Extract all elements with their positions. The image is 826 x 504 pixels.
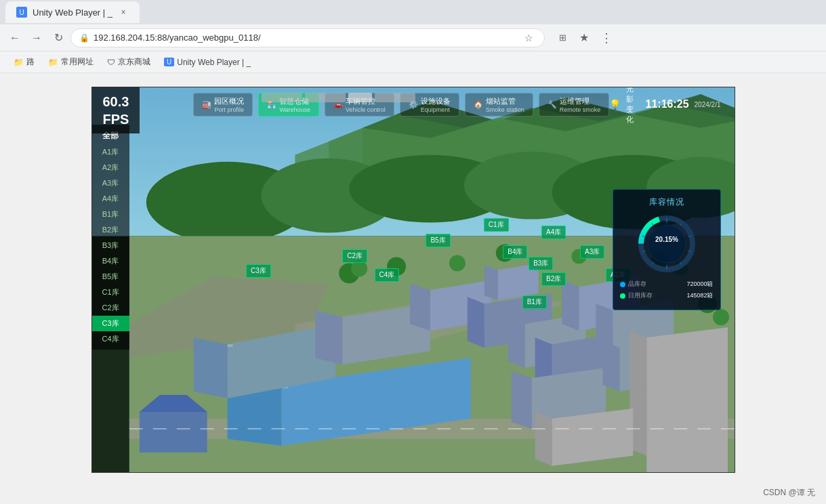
svg-point-48 (351, 260, 367, 276)
nav-label-en: Equipment (421, 106, 451, 113)
light-effect-label: 光影变化 (626, 87, 640, 125)
fps-label: FPS (103, 110, 129, 128)
nav-label-en: Remote smoke (560, 106, 601, 113)
browser-toolbar: ← → ↻ 🔒 192.168.204.15:88/yancao_webgpu_… (0, 24, 826, 51)
url-text: 192.168.204.15:88/yancao_webgpu_0118/ (94, 33, 261, 43)
sidebar-item-b3[interactable]: B3库 (92, 238, 129, 253)
reload-button[interactable]: ↻ (49, 28, 68, 47)
top-nav: 🏭 园区概况 Port profile 🏪 智慧仓储 Warehouse 🚗 (92, 87, 735, 121)
svg-text:20.15%: 20.15% (655, 236, 678, 243)
csdn-footer: CSDN @谭 无 (0, 487, 826, 499)
svg-marker-39 (484, 265, 497, 300)
svg-marker-23 (410, 283, 430, 331)
csdn-text: CSDN @谭 无 (763, 488, 815, 497)
bookmark-label: 路 (26, 56, 35, 68)
extensions-button[interactable]: ⊞ (553, 28, 572, 47)
stat-label-daily: 日用库存 (628, 291, 653, 300)
nav-item-ops[interactable]: 🔧 运维管理 Remote smoke (539, 93, 610, 117)
shield-icon: 🛡 (107, 58, 115, 67)
storage-panel: 库容情况 20.15% (613, 189, 721, 310)
svg-marker-31 (511, 371, 531, 429)
sidebar-item-a4[interactable]: A4库 (92, 191, 129, 207)
bottom-bar (724, 467, 735, 472)
folder-icon: 📁 (14, 58, 24, 67)
sidebar-item-b1[interactable]: B1库 (92, 207, 129, 222)
sidebar-item-c4[interactable]: C4库 (92, 331, 129, 347)
nav-label-en: Port profile (214, 106, 244, 113)
address-bar[interactable]: 🔒 192.168.204.15:88/yancao_webgpu_0118/ … (70, 28, 545, 47)
sidebar-item-b4[interactable]: B4库 (92, 253, 129, 269)
svg-marker-41 (629, 331, 646, 402)
sidebar-item-b2[interactable]: B2库 (92, 222, 129, 238)
sidebar-item-c1[interactable]: C1库 (92, 285, 129, 300)
menu-button[interactable]: ⋮ (596, 28, 615, 47)
lock-icon: 🔒 (79, 33, 89, 43)
browser-tab[interactable]: U Unity Web Player | _ × (5, 1, 140, 23)
stat-label-total: 品库存 (628, 280, 646, 289)
stat-value-total: 720000箱 (686, 280, 713, 289)
gauge-container: 20.15% (620, 213, 714, 274)
nav-item-smoke[interactable]: 🏠 烟站监管 Smoke station (465, 93, 533, 117)
bookmarks-bar: 📁 路 📁 常用网址 🛡 京东商城 U Unity Web Player | _ (0, 51, 826, 73)
bookmark-label: Unity Web Player | _ (177, 58, 251, 67)
gauge-svg: 20.15% (636, 213, 697, 274)
stat-daily: 日用库存 145082箱 (620, 291, 714, 300)
fps-counter: 60.3 FPS (92, 87, 140, 133)
svg-point-56 (713, 309, 729, 325)
storage-panel-title: 库容情况 (620, 196, 714, 208)
bookmark-item-road[interactable]: 📁 路 (8, 55, 40, 69)
stat-dot-total (620, 282, 625, 287)
status-bar-2 (305, 93, 346, 102)
nav-item-port[interactable]: 🏭 园区概况 Port profile (193, 93, 253, 117)
svg-marker-18 (193, 337, 227, 398)
sidebar-item-c3[interactable]: C3库 (92, 316, 129, 331)
svg-marker-46 (535, 412, 552, 466)
nav-label-en: Vehicle control (346, 106, 386, 113)
tab-close-button[interactable]: × (118, 7, 129, 18)
nav-right: 💡 光影变化 11:16:25 2024/2/1 (609, 87, 720, 125)
svg-rect-57 (139, 412, 207, 453)
sidebar-item-a1[interactable]: A1库 (92, 144, 129, 160)
title-bar: U Unity Web Player | _ × (0, 0, 826, 24)
app-container: 60.3 FPS 🏭 园区概况 Port profile (91, 87, 735, 473)
nav-label-cn: 园区概况 (214, 96, 244, 106)
nav-label-cn: 烟站监管 (486, 96, 524, 106)
svg-rect-19 (227, 344, 232, 347)
profile-button[interactable]: ★ (575, 28, 594, 47)
sidebar-item-a3[interactable]: A3库 (92, 175, 129, 191)
tab-icon: U (16, 7, 27, 18)
left-sidebar: 全部 A1库 A2库 A3库 A4库 B1库 B2库 B3库 B4库 B5库 C… (92, 125, 129, 350)
bookmark-item-jd[interactable]: 🛡 京东商城 (102, 55, 156, 69)
stat-value-daily: 145082箱 (686, 291, 713, 300)
date-display: 2024/2/1 (695, 101, 721, 108)
sidebar-item-c2[interactable]: C2库 (92, 300, 129, 316)
svg-point-51 (495, 245, 513, 262)
svg-point-49 (387, 257, 406, 276)
bookmark-label: 常用网址 (61, 56, 94, 68)
status-bars (262, 93, 415, 102)
sidebar-item-b5[interactable]: B5库 (92, 269, 129, 285)
star-icon[interactable]: ☆ (524, 33, 533, 43)
svg-point-65 (648, 225, 686, 263)
nav-label-cn: 运维管理 (560, 96, 601, 106)
stat-dot-daily (620, 293, 625, 299)
unity-icon: U (164, 58, 174, 66)
svg-marker-21 (315, 310, 342, 364)
svg-marker-25 (467, 297, 484, 348)
light-icon: 💡 (609, 99, 621, 110)
bookmark-label: 京东商城 (118, 56, 150, 68)
forward-button[interactable]: → (27, 28, 46, 47)
storage-stats: 品库存 720000箱 日用库存 145082箱 (620, 280, 714, 300)
bookmark-item-unity[interactable]: U Unity Web Player | _ (159, 56, 256, 68)
datetime-display: 11:16:25 (646, 98, 689, 110)
sidebar-item-a2[interactable]: A2库 (92, 160, 129, 175)
svg-marker-27 (508, 317, 524, 368)
svg-point-52 (571, 249, 586, 264)
back-button[interactable]: ← (5, 28, 24, 47)
browser-chrome: U Unity Web Player | _ × ← → ↻ 🔒 192.168… (0, 0, 826, 73)
status-bar-4 (375, 93, 415, 102)
bookmark-item-common[interactable]: 📁 常用网址 (43, 55, 99, 69)
nav-label-cn: 设施设备 (421, 96, 451, 106)
nav-icon-smoke: 🏠 (474, 100, 483, 109)
folder-icon: 📁 (48, 58, 58, 67)
